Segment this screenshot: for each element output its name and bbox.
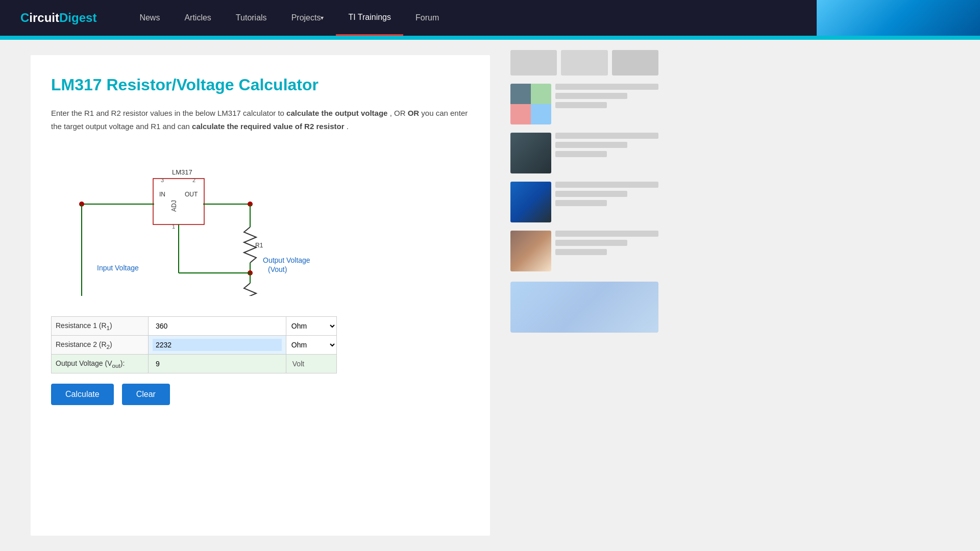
calculate-button[interactable]: Calculate <box>51 384 114 405</box>
nav-news[interactable]: News <box>127 0 172 36</box>
desc-text-1: Enter the R1 and R2 resistor values in t… <box>51 109 284 117</box>
sidebar-line-5 <box>555 142 627 148</box>
desc-bold-2: calculate the required value of R2 resis… <box>192 122 344 131</box>
circuit-svg: LM317 IN OUT ADJ 3 2 1 <box>51 153 337 296</box>
logo-digest-text: Digest <box>59 11 96 24</box>
sidebar-text-1 <box>555 84 658 124</box>
sidebar-thumb-colorful <box>510 84 551 124</box>
r1-input-cell <box>149 317 286 336</box>
circuit-diagram: LM317 IN OUT ADJ 3 2 1 <box>51 148 470 301</box>
sidebar-item-3[interactable] <box>510 182 658 222</box>
clear-button[interactable]: Clear <box>122 384 170 405</box>
svg-text:Output Voltage: Output Voltage <box>263 256 310 264</box>
svg-rect-0 <box>153 179 204 224</box>
sidebar-thumb-warm <box>510 231 551 271</box>
sidebar-line-8 <box>555 191 627 197</box>
sidebar-text-2 <box>555 133 658 173</box>
sidebar-line-2 <box>555 93 627 99</box>
nav-ti-trainings[interactable]: TI Trainings <box>336 0 403 36</box>
sidebar-text-3 <box>555 182 658 222</box>
output-label: Output Voltage (Vout): <box>52 355 149 373</box>
ct-q2 <box>531 84 551 104</box>
svg-text:3: 3 <box>161 177 164 183</box>
output-value-cell <box>149 355 286 373</box>
desc-text-2: , OR <box>390 109 406 117</box>
blue-bar <box>0 36 980 40</box>
svg-text:LM317: LM317 <box>172 168 192 176</box>
output-row: Output Voltage (Vout): Volt <box>52 355 337 373</box>
svg-text:IN: IN <box>159 191 165 198</box>
r2-input-cell <box>149 336 286 355</box>
svg-text:(Vout): (Vout) <box>268 265 287 273</box>
header: CircuitDigest News Articles Tutorials Pr… <box>0 0 980 36</box>
sidebar-line-7 <box>555 182 658 188</box>
svg-text:R1: R1 <box>255 242 263 249</box>
r2-label: Resistance 2 (R2) <box>52 336 149 355</box>
r1-label: Resistance 1 (R1) <box>52 317 149 336</box>
sidebar-line-1 <box>555 84 658 90</box>
nav-projects[interactable]: Projects <box>279 0 336 36</box>
sidebar-bottom-banner <box>510 282 658 333</box>
r2-unit-select[interactable]: Ohm KOhm MOhm <box>286 337 336 353</box>
logo-text: ircuit <box>29 11 59 24</box>
ct-q3 <box>510 104 531 124</box>
sidebar-line-12 <box>555 249 607 255</box>
calculator-table: Resistance 1 (R1) Ohm KOhm MOhm Resistan… <box>51 316 337 373</box>
buttons-area: Calculate Clear <box>51 384 470 405</box>
sidebar-line-11 <box>555 240 627 246</box>
r1-unit-cell: Ohm KOhm MOhm <box>286 317 336 336</box>
sidebar-line-10 <box>555 231 658 237</box>
page-title: LM317 Resistor/Voltage Calculator <box>51 76 470 94</box>
svg-text:Input Voltage: Input Voltage <box>97 264 139 272</box>
sidebar-line-9 <box>555 200 607 206</box>
sidebar-ad-1 <box>510 50 557 76</box>
logo[interactable]: CircuitDigest <box>20 11 96 25</box>
r1-unit-select[interactable]: Ohm KOhm MOhm <box>286 318 336 334</box>
sidebar-ad-2 <box>561 50 607 76</box>
desc-or: OR <box>408 109 422 117</box>
r1-row: Resistance 1 (R1) Ohm KOhm MOhm <box>52 317 337 336</box>
svg-text:1: 1 <box>172 223 175 230</box>
desc-bold-1: calculate the output voltage <box>286 109 387 117</box>
sidebar <box>505 40 669 551</box>
r2-unit-cell: Ohm KOhm MOhm <box>286 336 336 355</box>
sidebar-line-3 <box>555 102 607 108</box>
svg-text:ADJ: ADJ <box>170 200 178 212</box>
nav-articles[interactable]: Articles <box>172 0 223 36</box>
nav-tutorials[interactable]: Tutorials <box>224 0 279 36</box>
header-right-decoration <box>817 0 980 36</box>
ct-q1 <box>510 84 531 104</box>
sidebar-text-4 <box>555 231 658 271</box>
content-area: LM317 Resistor/Voltage Calculator Enter … <box>31 55 490 536</box>
svg-text:2: 2 <box>192 177 195 183</box>
sidebar-line-4 <box>555 133 658 139</box>
sidebar-line-6 <box>555 151 607 157</box>
main-wrapper: LM317 Resistor/Voltage Calculator Enter … <box>0 40 980 551</box>
sidebar-item-4[interactable] <box>510 231 658 271</box>
svg-text:OUT: OUT <box>185 191 198 198</box>
desc-end: . <box>347 122 349 131</box>
r2-row: Resistance 2 (R2) Ohm KOhm MOhm <box>52 336 337 355</box>
sidebar-item-1[interactable] <box>510 84 658 124</box>
output-unit-label: Volt <box>292 360 304 368</box>
sidebar-ad-top <box>510 50 658 76</box>
description: Enter the R1 and R2 resistor values in t… <box>51 107 470 133</box>
output-unit-cell: Volt <box>286 355 336 373</box>
sidebar-ad-3 <box>612 50 658 76</box>
r1-input[interactable] <box>153 320 282 332</box>
sidebar-thumb-dark <box>510 133 551 173</box>
sidebar-thumb-blue <box>510 182 551 222</box>
sidebar-item-2[interactable] <box>510 133 658 173</box>
ct-q4 <box>531 104 551 124</box>
output-input[interactable] <box>153 358 282 370</box>
main-nav: News Articles Tutorials Projects TI Trai… <box>127 0 451 36</box>
r2-input[interactable] <box>153 339 282 351</box>
nav-forum[interactable]: Forum <box>403 0 451 36</box>
logo-c-icon: C <box>20 11 29 24</box>
